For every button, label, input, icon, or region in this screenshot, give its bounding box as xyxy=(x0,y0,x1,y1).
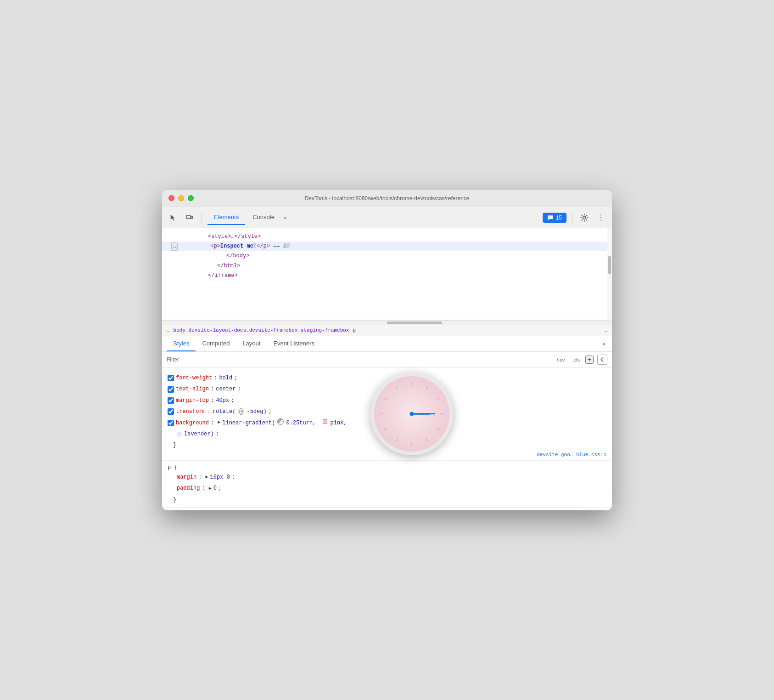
html-line-body: </body> xyxy=(162,251,612,261)
html-line-html: </html> xyxy=(162,261,612,271)
styles-tab-more[interactable]: » xyxy=(600,339,607,349)
breadcrumb-ellipsis[interactable]: … xyxy=(167,327,170,333)
minimize-button[interactable] xyxy=(178,195,184,201)
svg-line-17 xyxy=(396,386,398,389)
tab-computed[interactable]: Computed xyxy=(196,336,236,351)
box-model-icon[interactable] xyxy=(597,355,607,365)
svg-line-11 xyxy=(426,439,428,441)
transform-checkbox[interactable] xyxy=(168,408,174,415)
devtools-toolbar: Elements Console » 15 ⋮ xyxy=(162,207,612,228)
tab-styles[interactable]: Styles xyxy=(167,336,196,351)
expand-background-icon[interactable]: ▶ xyxy=(218,418,220,426)
device-toggle-button[interactable] xyxy=(183,211,196,224)
breadcrumb-more[interactable]: … xyxy=(604,327,607,333)
clock-mini-icon[interactable] xyxy=(238,408,244,415)
filter-actions: :hov .cls + xyxy=(554,355,607,365)
close-button[interactable] xyxy=(168,195,174,201)
clock-overlay xyxy=(370,373,453,455)
svg-line-13 xyxy=(396,439,398,441)
lavender-color-swatch[interactable] xyxy=(177,432,181,436)
css-prop-margin: margin : ▶ 16px 0 ; xyxy=(162,472,612,483)
clock-svg xyxy=(374,376,449,452)
filter-row: :hov .cls + xyxy=(162,352,612,368)
hov-button[interactable]: :hov xyxy=(554,356,567,363)
scrollbar-thumb[interactable] xyxy=(608,256,611,274)
traffic-lights xyxy=(168,195,194,201)
background-checkbox[interactable] xyxy=(168,420,174,426)
settings-button[interactable] xyxy=(578,211,591,224)
svg-rect-1 xyxy=(191,216,193,219)
svg-point-20 xyxy=(409,412,414,416)
svg-line-7 xyxy=(426,386,428,389)
breadcrumb-bar: … body.devsite-layout-docs.devsite-frame… xyxy=(162,325,612,336)
scrollbar[interactable] xyxy=(607,228,612,320)
messages-badge-button[interactable]: 15 xyxy=(543,213,566,223)
tab-event-listeners[interactable]: Event Listeners xyxy=(267,336,321,351)
svg-line-8 xyxy=(437,398,439,400)
filter-input[interactable] xyxy=(167,356,549,363)
breadcrumb-item-p[interactable]: p xyxy=(353,327,356,333)
maximize-button[interactable] xyxy=(188,195,194,201)
svg-point-2 xyxy=(583,216,586,219)
svg-line-14 xyxy=(384,428,387,430)
file-reference[interactable]: devsite-goo…-blue.css:1 xyxy=(537,452,606,457)
pink-color-swatch[interactable] xyxy=(323,419,327,424)
add-style-button[interactable]: + xyxy=(585,356,594,364)
titlebar: DevTools - localhost:8080/web/tools/chro… xyxy=(162,190,612,207)
html-selected-line[interactable]: … <p>Inspect me!</p> == $0 xyxy=(162,242,612,251)
inspect-element-button[interactable] xyxy=(167,211,179,224)
more-options-button[interactable]: ⋮ xyxy=(595,211,607,224)
svg-line-10 xyxy=(437,428,439,430)
toolbar-divider xyxy=(202,212,202,223)
font-weight-checkbox[interactable] xyxy=(168,375,174,381)
horizontal-scrollbar[interactable] xyxy=(162,320,612,325)
svg-rect-0 xyxy=(186,215,191,219)
elements-panel: <style>…</style> … <p>Inspect me!</p> ==… xyxy=(162,228,612,320)
css-rule-block-p: p { margin : ▶ 16px 0 ; padding : ▶ 0 xyxy=(162,461,612,508)
text-align-checkbox[interactable] xyxy=(168,386,174,393)
breadcrumb-item-body[interactable]: body.devsite-layout-docs.devsite-framebo… xyxy=(174,327,349,333)
device-icon xyxy=(186,214,193,221)
gear-icon xyxy=(580,214,589,222)
svg-line-16 xyxy=(384,398,387,400)
cls-button[interactable]: .cls xyxy=(571,356,582,363)
css-prop-padding: padding : ▶ 0 ; xyxy=(162,483,612,494)
gradient-circle-icon[interactable] xyxy=(277,418,284,425)
toolbar-divider-2 xyxy=(572,212,572,223)
badge-count: 15 xyxy=(556,215,562,221)
message-icon xyxy=(547,215,554,220)
arrow-icon xyxy=(599,356,606,363)
expand-margin-icon[interactable]: ▶ xyxy=(205,473,208,481)
tab-layout[interactable]: Layout xyxy=(236,336,267,351)
expand-padding-icon[interactable]: ▶ xyxy=(209,485,212,492)
html-line: <style>…</style> xyxy=(162,232,612,242)
css-close-brace-p: } xyxy=(162,494,612,505)
styles-panel: Styles Computed Layout Event Listeners »… xyxy=(162,336,612,510)
clock-face[interactable] xyxy=(370,373,453,455)
window-title: DevTools - localhost:8080/web/tools/chro… xyxy=(305,195,470,202)
toolbar-more-tabs[interactable]: » xyxy=(282,213,289,223)
css-selector-p: p { xyxy=(162,463,612,472)
tab-console[interactable]: Console xyxy=(249,212,278,223)
ellipsis-button[interactable]: … xyxy=(171,243,178,251)
tab-elements[interactable]: Elements xyxy=(208,210,245,225)
styles-tabs: Styles Computed Layout Event Listeners » xyxy=(162,336,612,352)
h-scroll-thumb[interactable] xyxy=(387,322,442,324)
margin-top-checkbox[interactable] xyxy=(168,397,174,404)
cursor-icon xyxy=(169,214,177,221)
devtools-window: DevTools - localhost:8080/web/tools/chro… xyxy=(162,190,612,510)
html-line-iframe: </iframe> xyxy=(162,271,612,281)
